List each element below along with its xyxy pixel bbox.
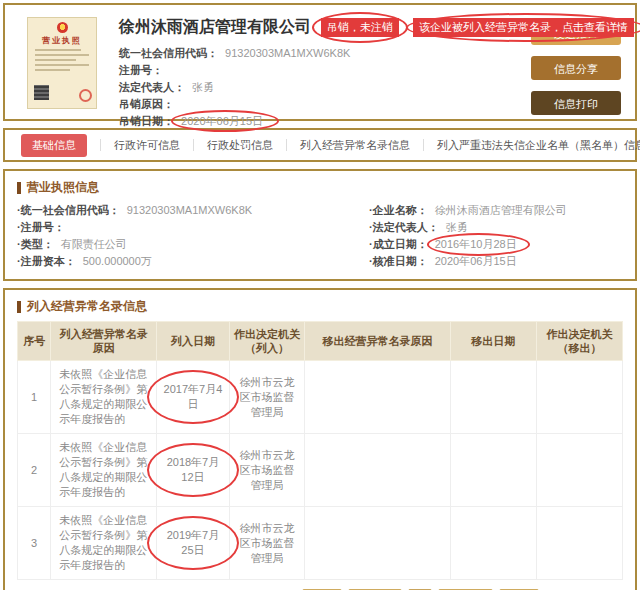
header-main: 徐州沐雨酒店管理有限公司 吊销，未注销 该企业被列入经营异常名录，点击查看详情 … <box>119 15 531 109</box>
cell-removal-reason <box>305 507 450 580</box>
cell-list-reason: 未依照《企业信息公示暂行条例》第八条规定的期限公示年度报告的 <box>51 361 157 434</box>
license-text-line <box>35 54 89 56</box>
license-section-title: 营业执照信息 <box>17 179 623 196</box>
col-header-removal-date: 移出日期 <box>450 322 536 361</box>
share-info-button[interactable]: 信息分享 <box>531 56 621 80</box>
abnormal-section-title: 列入经营异常名录信息 <box>17 298 623 315</box>
table-header-row: 序号 列入经营异常名录原因 列入日期 作出决定机关（列入） 移出经营异常名录原因… <box>18 322 623 361</box>
cell-removal-date <box>450 507 536 580</box>
cell-removal-reason <box>305 361 450 434</box>
abnormal-notice-link[interactable]: 该企业被列入经营异常名录，点击查看详情 <box>413 18 634 37</box>
tab-separator <box>100 139 101 151</box>
cell-index: 1 <box>18 361 51 434</box>
field-approval-date: ·核准日期： 2020年06月15日 <box>369 253 623 270</box>
field-registration-no: 注册号： <box>119 62 531 78</box>
col-header-removal-authority: 作出决定机关（移出） <box>536 322 622 361</box>
page: 营业执照 徐州沐雨酒店管理有限公司 吊销，未注销 该企业被列入经营异常名录，点击… <box>0 0 640 590</box>
cell-list-authority: 徐州市云龙区市场监督管理局 <box>229 434 305 507</box>
table-row: 3 未依照《企业信息公示暂行条例》第八条规定的期限公示年度报告的 2019年7月… <box>18 507 623 580</box>
license-image-title: 营业执照 <box>33 35 91 46</box>
red-oval-annotation <box>147 516 239 570</box>
status-badge: 吊销，未注销 <box>321 18 399 37</box>
col-header-list-reason: 列入经营异常名录原因 <box>51 322 157 361</box>
abnormal-notice-label: 该企业被列入经营异常名录，点击查看详情 <box>419 21 628 33</box>
cell-removal-date <box>450 434 536 507</box>
section-marker-icon <box>17 182 21 194</box>
section-marker-icon <box>17 301 21 313</box>
business-license-image: 营业执照 <box>27 17 97 109</box>
cell-list-authority: 徐州市云龙区市场监督管理局 <box>229 507 305 580</box>
abnormal-operations-card: 列入经营异常名录信息 序号 列入经营异常名录原因 列入日期 作出决定机关（列入）… <box>3 288 637 590</box>
field-credit-code: ·统一社会信用代码： 91320303MA1MXW6K8K <box>17 202 369 219</box>
cell-removal-authority <box>536 361 622 434</box>
abnormal-operations-table: 序号 列入经营异常名录原因 列入日期 作出决定机关（列入） 移出经营异常名录原因… <box>17 321 623 580</box>
field-establishment-date: ·成立日期： 2016年10月28日 <box>369 236 623 253</box>
license-text-line <box>35 69 70 71</box>
field-company-type: ·类型： 有限责任公司 <box>17 236 369 253</box>
company-name: 徐州沐雨酒店管理有限公司 <box>119 17 311 38</box>
cell-removal-reason <box>305 434 450 507</box>
cell-removal-authority <box>536 507 622 580</box>
red-seal-icon <box>79 89 92 102</box>
tabs-bar: 基础信息 行政许可信息 行政处罚信息 列入经营异常名录信息 列入严重违法失信企业… <box>3 128 637 162</box>
license-info-left-column: ·统一社会信用代码： 91320303MA1MXW6K8K ·注册号： ·类型：… <box>17 202 369 270</box>
table-row: 2 未依照《企业信息公示暂行条例》第八条规定的期限公示年度报告的 2018年7月… <box>18 434 623 507</box>
cell-list-date: 2018年7月12日 <box>157 434 230 507</box>
list-date-value: 2019年7月25日 <box>162 528 224 558</box>
cell-index: 3 <box>18 507 51 580</box>
col-header-index: 序号 <box>18 322 51 361</box>
tab-separator <box>286 139 287 151</box>
field-company-name: ·企业名称： 徐州沐雨酒店管理有限公司 <box>369 202 623 219</box>
field-credit-code: 统一社会信用代码： 91320303MA1MXW6K8K <box>119 45 531 61</box>
list-date-value: 2018年7月12日 <box>162 455 224 485</box>
qr-code-icon <box>34 85 49 100</box>
field-legal-representative: ·法定代表人： 张勇 <box>369 219 623 236</box>
tab-separator <box>423 139 424 151</box>
tab-abnormal-operations[interactable]: 列入经营异常名录信息 <box>300 138 410 153</box>
tab-basic-info[interactable]: 基础信息 <box>21 134 87 157</box>
cell-list-reason: 未依照《企业信息公示暂行条例》第八条规定的期限公示年度报告的 <box>51 434 157 507</box>
license-text-line <box>35 59 76 61</box>
field-registration-no: ·注册号： <box>17 219 369 236</box>
tab-separator <box>193 139 194 151</box>
license-info-grid: ·统一社会信用代码： 91320303MA1MXW6K8K ·注册号： ·类型：… <box>17 202 623 270</box>
license-info-right-column: ·企业名称： 徐州沐雨酒店管理有限公司 ·法定代表人： 张勇 ·成立日期： 20… <box>369 202 623 270</box>
field-revocation-reason: 吊销原因： <box>119 96 531 112</box>
tab-administrative-license[interactable]: 行政许可信息 <box>114 138 180 153</box>
cell-list-reason: 未依照《企业信息公示暂行条例》第八条规定的期限公示年度报告的 <box>51 507 157 580</box>
title-row: 徐州沐雨酒店管理有限公司 吊销，未注销 该企业被列入经营异常名录，点击查看详情 <box>119 17 531 38</box>
tab-serious-violations-blacklist[interactable]: 列入严重违法失信企业名单（黑名单）信息 <box>437 138 640 153</box>
cell-index: 2 <box>18 434 51 507</box>
cell-removal-date <box>450 361 536 434</box>
col-header-list-date: 列入日期 <box>157 322 230 361</box>
table-row: 1 未依照《企业信息公示暂行条例》第八条规定的期限公示年度报告的 2017年7月… <box>18 361 623 434</box>
red-oval-annotation <box>147 443 239 497</box>
license-text-line <box>35 64 89 66</box>
license-text-line <box>35 49 81 51</box>
establishment-date-value: 2016年10月28日 <box>435 236 517 253</box>
field-revocation-date: 吊销日期： 2020年06月15日 <box>119 113 531 129</box>
col-header-removal-reason: 移出经营异常名录原因 <box>305 322 450 361</box>
list-date-value: 2017年7月4日 <box>162 382 224 412</box>
red-oval-annotation <box>147 370 239 424</box>
col-header-list-authority: 作出决定机关（列入） <box>229 322 305 361</box>
status-badge-label: 吊销，未注销 <box>327 21 393 33</box>
cell-list-date: 2019年7月25日 <box>157 507 230 580</box>
cell-removal-authority <box>536 434 622 507</box>
field-legal-representative: 法定代表人： 张勇 <box>119 79 531 95</box>
tab-administrative-penalty[interactable]: 行政处罚信息 <box>207 138 273 153</box>
print-info-button[interactable]: 信息打印 <box>531 91 621 115</box>
license-info-card: 营业执照信息 ·统一社会信用代码： 91320303MA1MXW6K8K ·注册… <box>3 169 637 281</box>
revocation-date-value: 2020年06月15日 <box>181 113 263 129</box>
cell-list-date: 2017年7月4日 <box>157 361 230 434</box>
field-registered-capital: ·注册资本： 500.000000万 <box>17 253 369 270</box>
national-emblem-icon <box>57 22 68 33</box>
cell-list-authority: 徐州市云龙区市场监督管理局 <box>229 361 305 434</box>
company-header-card: 营业执照 徐州沐雨酒店管理有限公司 吊销，未注销 该企业被列入经营异常名录，点击… <box>3 3 637 121</box>
